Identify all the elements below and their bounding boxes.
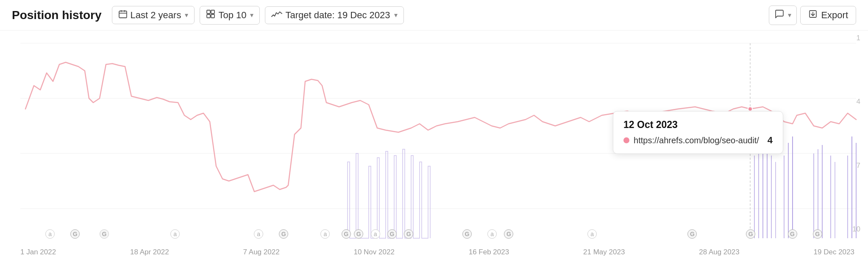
trend-icon: [271, 10, 282, 21]
grid-icon: [206, 9, 215, 21]
top-filter-button[interactable]: Top 10 ▾: [200, 6, 260, 25]
chevron-down-icon-2: ▾: [250, 11, 253, 19]
tooltip-value: 4: [768, 135, 773, 146]
chart-tooltip: 12 Oct 2023 https://ahrefs.com/blog/seo-…: [613, 111, 783, 154]
target-date-label: Target date: 19 Dec 2023: [285, 10, 390, 21]
chevron-down-icon: ▾: [185, 11, 188, 19]
header-bar: Position history Last 2 years ▾: [0, 0, 868, 31]
calendar-icon: [118, 9, 128, 21]
tooltip-date: 12 Oct 2023: [623, 119, 773, 131]
top-filter-label: Top 10: [218, 10, 246, 21]
comment-icon: [774, 9, 785, 22]
svg-rect-0: [119, 11, 127, 18]
svg-rect-4: [207, 10, 210, 14]
chevron-down-icon-3: ▾: [394, 11, 398, 19]
position-history-container: Position history Last 2 years ▾: [0, 0, 868, 259]
svg-point-32: [748, 107, 752, 111]
chevron-down-icon-4: ▾: [788, 11, 791, 19]
svg-rect-7: [211, 14, 214, 18]
svg-rect-6: [207, 14, 210, 18]
tooltip-row: https://ahrefs.com/blog/seo-audit/ 4: [623, 135, 773, 146]
export-button[interactable]: Export: [800, 6, 856, 25]
comment-button[interactable]: ▾: [769, 6, 797, 25]
export-icon: [808, 9, 818, 21]
target-date-button[interactable]: Target date: 19 Dec 2023 ▾: [265, 6, 403, 24]
date-range-button[interactable]: Last 2 years ▾: [112, 6, 195, 24]
tooltip-url: https://ahrefs.com/blog/seo-audit/: [634, 136, 759, 145]
export-label: Export: [821, 10, 848, 21]
chart-area: 12 Oct 2023 https://ahrefs.com/blog/seo-…: [0, 31, 868, 259]
svg-rect-5: [211, 10, 214, 14]
page-title: Position history: [12, 8, 102, 22]
tooltip-color-dot: [623, 137, 629, 143]
date-range-label: Last 2 years: [131, 10, 181, 21]
